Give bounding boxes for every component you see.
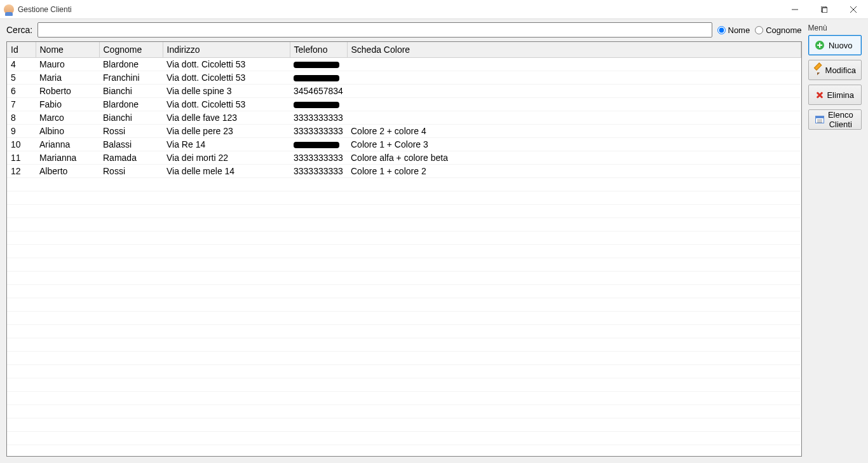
cell-indirizzo: Via delle fave 123 [163,111,290,125]
table-row[interactable]: 11MariannaRamadaVia dei morti 2233333333… [7,151,801,165]
minimize-button[interactable] [780,0,810,19]
table-row[interactable]: 10AriannaBalassiVia Re 14Colore 1 + Colo… [7,138,801,151]
elenco-clienti-button[interactable]: Elenco Clienti [808,109,862,130]
modifica-button[interactable]: Modifica [808,60,862,80]
cell-id: 12 [7,165,36,178]
cell-telefono [290,138,347,151]
cell-nome: Arianna [36,138,99,151]
cell-telefono: 3333333333 [290,125,347,138]
col-header-nome[interactable]: Nome [36,42,99,58]
table-row-empty [7,405,801,418]
cell-id: 4 [7,58,36,71]
cell-id: 5 [7,71,36,85]
table-row[interactable]: 8MarcoBianchiVia delle fave 123333333333… [7,111,801,125]
col-header-cognome[interactable]: Cognome [99,42,163,58]
radio-nome-label: Nome [728,25,750,35]
elimina-button[interactable]: Elimina [808,85,862,105]
table-row[interactable]: 7FabioBlardoneVia dott. Cicoletti 53 [7,98,801,111]
cell-telefono: 3454657834 [290,85,347,98]
cell-scheda [347,71,801,85]
table-row-empty [7,218,801,232]
cell-indirizzo: Via delle mele 14 [163,165,290,178]
cell-indirizzo: Via dott. Cicoletti 53 [163,71,290,85]
cell-telefono: 3333333333 [290,151,347,165]
cell-telefono [290,71,347,85]
cell-cognome: Bianchi [99,111,163,125]
cell-cognome: Bianchi [99,85,163,98]
table-row[interactable]: 5MariaFranchiniVia dott. Cicoletti 53 [7,71,801,85]
modifica-label: Modifica [825,66,856,75]
col-header-indirizzo[interactable]: Indirizzo [163,42,290,58]
app-icon [4,4,14,15]
cell-id: 10 [7,138,36,151]
cell-scheda [347,85,801,98]
cell-scheda: Colore 1 + Colore 3 [347,138,801,151]
cell-id: 8 [7,111,36,125]
cell-scheda [347,111,801,125]
radio-nome[interactable] [717,26,726,34]
cell-indirizzo: Via Re 14 [163,138,290,151]
cell-id: 7 [7,98,36,111]
search-input[interactable] [37,22,712,38]
table-row-empty [7,418,801,432]
pencil-icon [814,66,825,74]
table-row-empty [7,191,801,205]
table-row-empty [7,445,801,457]
list-icon [814,116,825,123]
plus-icon [814,41,825,50]
col-header-telefono[interactable]: Telefono [290,42,347,58]
table-row-empty [7,245,801,258]
cell-scheda: Colore 1 + colore 2 [347,165,801,178]
cell-cognome: Balassi [99,138,163,151]
nuovo-button[interactable]: Nuovo [808,35,862,55]
cell-id: 11 [7,151,36,165]
cell-cognome: Franchini [99,71,163,85]
close-button[interactable] [839,0,868,19]
table-row[interactable]: 9AlbinoRossiVia delle pere 233333333333C… [7,125,801,138]
radio-nome-wrap[interactable]: Nome [717,25,750,35]
maximize-button[interactable] [810,0,839,19]
titlebar: Gestione Clienti [0,0,868,19]
table-row[interactable]: 4MauroBlardoneVia dott. Cicoletti 53 [7,58,801,71]
nuovo-label: Nuovo [825,41,856,50]
table-row-empty [7,258,801,272]
table-row-empty [7,325,801,338]
table-row-empty [7,378,801,392]
table-row-empty [7,205,801,218]
col-header-scheda[interactable]: Scheda Colore [347,42,801,58]
cell-cognome: Blardone [99,58,163,71]
clients-grid[interactable]: Id Nome Cognome Indirizzo Telefono Sched… [6,41,802,457]
redacted-phone [294,62,339,68]
cell-indirizzo: Via dei morti 22 [163,151,290,165]
table-row-empty [7,312,801,325]
cell-nome: Fabio [36,98,99,111]
cell-telefono [290,58,347,71]
svg-rect-2 [822,8,827,13]
cell-id: 6 [7,85,36,98]
cell-indirizzo: Via delle pere 23 [163,125,290,138]
elenco-label: Elenco Clienti [825,110,856,129]
redacted-phone [294,102,339,108]
table-row-empty [7,298,801,312]
radio-cognome[interactable] [755,26,763,34]
cell-nome: Marianna [36,151,99,165]
elimina-label: Elimina [825,90,856,100]
search-label: Cerca: [6,25,32,35]
cell-id: 9 [7,125,36,138]
cell-scheda: Colore alfa + colore beta [347,151,801,165]
table-row-empty [7,272,801,285]
cell-nome: Marco [36,111,99,125]
redacted-phone [294,142,339,148]
cell-scheda: Colore 2 + colore 4 [347,125,801,138]
cell-scheda [347,58,801,71]
window-controls [780,0,868,19]
table-row-empty [7,365,801,378]
radio-cognome-wrap[interactable]: Cognome [755,25,801,35]
col-header-id[interactable]: Id [7,42,36,58]
table-row[interactable]: 12AlbertoRossiVia delle mele 14333333333… [7,165,801,178]
radio-cognome-label: Cognome [766,25,801,35]
table-row-empty [7,352,801,365]
table-row[interactable]: 6RobertoBianchiVia delle spine 334546578… [7,85,801,98]
redacted-phone [294,75,339,81]
table-row-empty [7,392,801,405]
